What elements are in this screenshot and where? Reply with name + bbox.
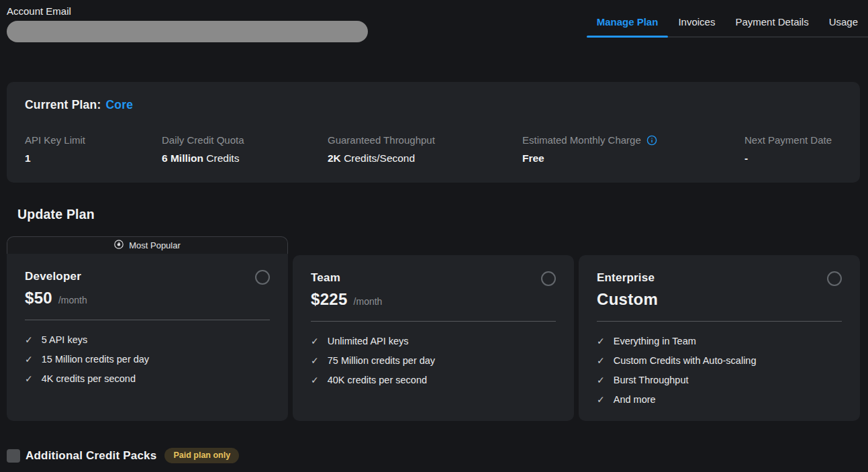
stat-value: 1: [25, 152, 162, 164]
tab-manage-plan[interactable]: Manage Plan: [587, 16, 669, 36]
check-icon: ✓: [597, 332, 605, 351]
plan-price: Custom: [597, 290, 658, 309]
most-popular-label: Most Popular: [129, 240, 181, 250]
check-icon: ✓: [25, 369, 33, 389]
additional-credit-packs-row: Additional Credit Packs Paid plan only: [7, 448, 868, 463]
flame-icon: [114, 240, 124, 251]
plan-features: ✓5 API keys ✓15 Million credits per day …: [25, 330, 270, 389]
stat-daily-credit-quota: Daily Credit Quota 6 Million Credits: [162, 134, 328, 164]
check-icon: ✓: [25, 350, 33, 369]
stat-guaranteed-throughput: Guaranteed Throughput 2K Credits/Second: [328, 134, 522, 164]
stat-api-key-limit: API Key Limit 1: [25, 134, 162, 164]
plan-options: Most Popular Developer $50 /month ✓5 API…: [7, 236, 860, 421]
account-email-section: Account Email: [7, 5, 368, 42]
feature-item: ✓And more: [597, 390, 842, 410]
stat-estimated-monthly-charge: Estimated Monthly Charge Free: [522, 134, 744, 164]
check-icon: ✓: [597, 351, 605, 371]
current-plan-card: Current Plan:Core API Key Limit 1 Daily …: [7, 82, 860, 183]
additional-credit-packs-checkbox[interactable]: [7, 449, 20, 463]
tab-payment-details[interactable]: Payment Details: [725, 16, 818, 36]
feature-item: ✓Burst Throughput: [597, 371, 842, 390]
most-popular-banner: Most Popular: [7, 236, 288, 254]
feature-item: ✓Unlimited API keys: [311, 332, 556, 351]
plan-period: /month: [354, 296, 383, 307]
stat-value: 6 Million Credits: [162, 152, 328, 164]
check-icon: ✓: [311, 332, 319, 351]
tab-invoices[interactable]: Invoices: [668, 16, 725, 36]
current-plan-stats: API Key Limit 1 Daily Credit Quota 6 Mil…: [25, 134, 842, 164]
plan-card-developer[interactable]: Developer $50 /month ✓5 API keys ✓15 Mil…: [7, 254, 288, 421]
stat-value: -: [744, 152, 842, 164]
current-plan-title: Current Plan:Core: [25, 98, 842, 112]
feature-item: ✓15 Million credits per day: [25, 350, 270, 369]
check-icon: ✓: [311, 351, 319, 371]
feature-item: ✓40K credits per second: [311, 371, 556, 390]
current-plan-title-prefix: Current Plan:: [25, 98, 101, 111]
additional-credit-packs-label: Additional Credit Packs: [26, 449, 156, 463]
paid-plan-only-badge: Paid plan only: [164, 448, 239, 463]
feature-item: ✓Everything in Team: [597, 332, 842, 351]
feature-item: ✓5 API keys: [25, 330, 270, 350]
page-header: Account Email Manage Plan Invoices Payme…: [0, 0, 868, 42]
tab-usage[interactable]: Usage: [819, 16, 868, 36]
plan-features: ✓Unlimited API keys ✓75 Million credits …: [311, 332, 556, 390]
plan-name: Enterprise: [597, 271, 655, 285]
stat-value: Free: [522, 152, 744, 164]
account-email-label: Account Email: [7, 5, 368, 17]
plan-price: $50: [25, 289, 52, 308]
stat-label: Daily Credit Quota: [162, 134, 244, 146]
feature-item: ✓4K credits per second: [25, 369, 270, 389]
plan-column-developer: Most Popular Developer $50 /month ✓5 API…: [7, 236, 288, 421]
billing-tabs: Manage Plan Invoices Payment Details Usa…: [587, 16, 868, 38]
stat-next-payment-date: Next Payment Date -: [744, 134, 842, 164]
feature-item: ✓Custom Credits with Auto-scaling: [597, 351, 842, 371]
check-icon: ✓: [597, 371, 605, 390]
account-email-input[interactable]: [7, 21, 368, 42]
check-icon: ✓: [25, 330, 33, 350]
plan-radio-team[interactable]: [541, 271, 556, 286]
plan-radio-developer[interactable]: [255, 270, 270, 285]
feature-item: ✓75 Million credits per day: [311, 351, 556, 371]
check-icon: ✓: [311, 371, 319, 390]
plan-radio-enterprise[interactable]: [827, 271, 842, 286]
plan-column-team: Team $225 /month ✓Unlimited API keys ✓75…: [293, 236, 574, 421]
stat-value: 2K Credits/Second: [328, 152, 522, 164]
plan-features: ✓Everything in Team ✓Custom Credits with…: [597, 332, 842, 410]
stat-label: Estimated Monthly Charge: [522, 134, 641, 146]
update-plan-heading: Update Plan: [17, 207, 868, 222]
info-icon[interactable]: [646, 135, 657, 146]
stat-label: API Key Limit: [25, 134, 85, 146]
plan-price: $225: [311, 290, 348, 309]
plan-name: Developer: [25, 270, 81, 283]
plan-period: /month: [58, 295, 87, 305]
check-icon: ✓: [597, 390, 605, 410]
stat-label: Guaranteed Throughput: [328, 134, 435, 146]
plan-name: Team: [311, 271, 340, 285]
plan-card-team[interactable]: Team $225 /month ✓Unlimited API keys ✓75…: [293, 255, 574, 421]
plan-card-enterprise[interactable]: Enterprise Custom ✓Everything in Team ✓C…: [579, 255, 860, 421]
current-plan-name: Core: [105, 98, 133, 111]
plan-column-enterprise: Enterprise Custom ✓Everything in Team ✓C…: [579, 236, 860, 421]
stat-label: Next Payment Date: [744, 134, 832, 146]
